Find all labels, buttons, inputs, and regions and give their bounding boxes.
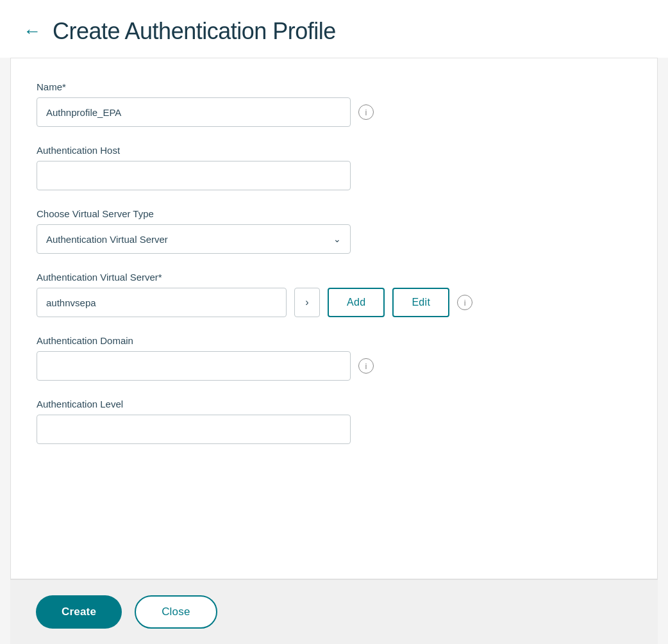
back-button[interactable]: ← [23,21,41,42]
auth-level-input[interactable] [37,415,351,444]
auth-vs-input[interactable] [37,288,287,317]
vs-type-label: Choose Virtual Server Type [37,208,631,219]
auth-domain-label: Authentication Domain [37,335,631,346]
auth-domain-info-icon[interactable]: i [358,358,374,374]
auth-domain-field-group: Authentication Domain i [37,335,631,381]
auth-vs-info-icon[interactable]: i [457,295,472,310]
auth-domain-input[interactable] [37,351,351,381]
page-container: ← Create Authentication Profile Name* i … [0,0,668,644]
page-header: ← Create Authentication Profile [0,0,668,58]
chevron-down-icon: ⌄ [333,234,341,244]
auth-level-field-group: Authentication Level [37,399,631,444]
name-label: Name* [37,81,631,92]
vs-type-value: Authentication Virtual Server [46,234,168,245]
page-title: Create Authentication Profile [53,18,336,45]
add-button[interactable]: Add [328,288,385,317]
auth-level-label: Authentication Level [37,399,631,409]
edit-button[interactable]: Edit [392,288,449,317]
name-input-row: i [37,97,631,127]
vs-type-field-group: Choose Virtual Server Type Authenticatio… [37,208,631,254]
auth-domain-input-row: i [37,351,631,381]
form-container: Name* i Authentication Host Choose Virtu… [10,58,658,579]
form-footer: Create Close [10,579,658,644]
close-button[interactable]: Close [135,595,217,629]
auth-vs-field-group: Authentication Virtual Server* › Add Edi… [37,272,631,317]
create-button[interactable]: Create [36,595,122,629]
auth-vs-label: Authentication Virtual Server* [37,272,631,283]
auth-vs-navigate-button[interactable]: › [294,288,320,317]
arrow-right-icon: › [305,297,308,308]
auth-host-field-group: Authentication Host [37,145,631,190]
vs-type-dropdown[interactable]: Authentication Virtual Server ⌄ [37,224,351,254]
auth-host-label: Authentication Host [37,145,631,156]
auth-vs-row: › Add Edit i [37,288,631,317]
auth-host-input[interactable] [37,161,351,190]
name-field-group: Name* i [37,81,631,127]
name-info-icon[interactable]: i [358,104,374,120]
name-input[interactable] [37,97,351,127]
